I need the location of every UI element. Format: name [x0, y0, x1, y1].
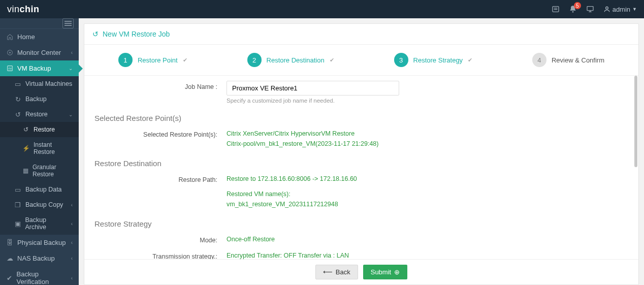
bell-icon[interactable]: 5 — [569, 5, 577, 13]
username-label: admin — [613, 6, 630, 13]
restore-point-line1: Citrix XenServer/Citrix HypervisorVM Res… — [227, 129, 628, 139]
step-restore-strategy[interactable]: 3 Restore Strategy ✔ — [394, 53, 473, 67]
svg-rect-4 — [587, 7, 593, 11]
step-number: 1 — [118, 53, 133, 67]
row-job-name: Job Name : Specify a customized job name… — [94, 78, 628, 107]
sidebar-item-backup[interactable]: ↻ Backup — [0, 91, 79, 107]
submit-button[interactable]: Submit ⊕ — [363, 265, 407, 279]
sidebar-item-backup-verification[interactable]: ✔ Backup Verification ‹ — [0, 266, 79, 285]
sidebar-item-label: Monitor Center — [17, 49, 61, 56]
step-review-confirm[interactable]: 4 Review & Confirm — [532, 53, 604, 67]
sidebar-item-nas-backup[interactable]: ☁ NAS Backup ‹ — [0, 250, 79, 266]
sidebar-item-granular-restore[interactable]: ▦ Granular Restore — [0, 160, 79, 182]
step-label: Restore Strategy — [413, 56, 463, 64]
stack-icon: ▭ — [14, 80, 21, 87]
section-restore-strategy: Restore Strategy — [94, 219, 628, 228]
sidebar-item-label: Backup Archive — [25, 216, 67, 231]
sidebar-item-virtual-machines[interactable]: ▭ Virtual Machines — [0, 76, 79, 91]
user-icon — [603, 6, 610, 13]
submit-label: Submit — [371, 268, 391, 276]
sidebar-item-label: Granular Restore — [33, 164, 73, 178]
transmission-value: Encrypted Transfer: OFF Transfer via : L… — [227, 250, 628, 259]
check-icon: ✔ — [183, 57, 187, 64]
step-restore-destination[interactable]: 2 Restore Destination ✔ — [247, 53, 334, 67]
svg-point-7 — [605, 7, 608, 9]
sidebar-sub-vm-backup: ▭ Virtual Machines ↻ Backup ↺ Restore ⌄ … — [0, 76, 79, 235]
brand-text-2: chin — [20, 4, 40, 14]
scrollbar[interactable] — [634, 76, 637, 259]
sidebar-item-backup-data[interactable]: ▭ Backup Data — [0, 182, 79, 197]
sidebar-item-physical-backup[interactable]: 🗄 Physical Backup ‹ — [0, 235, 79, 250]
row-restore-path: Restore Path: Restore to 172.18.16.60:80… — [94, 171, 628, 212]
chevron-down-icon: ▼ — [632, 7, 637, 12]
copy-icon: ❐ — [14, 201, 21, 208]
row-transmission: Transmission strategy.: Encrypted Transf… — [94, 247, 628, 259]
arrow-left-icon: ⟵ — [323, 268, 333, 276]
content: ↺ New VM Restore Job 1 Restore Point ✔ 2… — [79, 18, 644, 285]
step-number: 2 — [247, 53, 262, 67]
brand-text-1: vin — [7, 4, 20, 14]
chevron-icon: ‹ — [71, 50, 73, 55]
chevron-icon: ‹ — [71, 240, 73, 245]
svg-point-9 — [9, 52, 10, 53]
nas-backup-icon: ☁ — [6, 255, 13, 262]
brand-logo: vinchin — [7, 4, 40, 15]
sidebar-item-label: Home — [17, 33, 35, 41]
user-menu[interactable]: admin ▼ — [603, 6, 637, 13]
step-number: 3 — [394, 53, 408, 67]
sidebar-item-backup-copy[interactable]: ❐ Backup Copy ‹ — [0, 197, 79, 212]
chevron-icon: ‹ — [71, 256, 73, 261]
sidebar-item-restore-sub[interactable]: ↺ Restore — [0, 122, 79, 137]
sidebar-item-label: Backup Data — [25, 186, 62, 193]
scrollbar-thumb[interactable] — [634, 76, 637, 167]
sidebar-item-label: Backup Verification — [17, 270, 67, 285]
panel: ↺ New VM Restore Job 1 Restore Point ✔ 2… — [84, 23, 639, 285]
restore-path-label: Restore Path: — [94, 174, 227, 183]
action-bar: ⟵ Back Submit ⊕ — [84, 259, 638, 284]
restored-vm-value: vm_bk1_restore_VM_20231117212948 — [227, 199, 628, 209]
step-restore-point[interactable]: 1 Restore Point ✔ — [118, 53, 187, 67]
step-label: Restore Destination — [267, 56, 325, 64]
sidebar-item-label: VM Backup — [17, 65, 51, 72]
job-name-input[interactable] — [227, 81, 399, 96]
sidebar-item-instant-restore[interactable]: ⚡ Instant Restore — [0, 137, 79, 160]
instant-restore-icon: ⚡ — [22, 145, 29, 152]
top-header: vinchin 5 admin ▼ — [0, 0, 644, 18]
restore-icon: ↺ — [22, 126, 29, 133]
sidebar-item-backup-archive[interactable]: ▣ Backup Archive ‹ — [0, 212, 79, 235]
sidebar-item-label: Restore — [34, 126, 55, 133]
form-body[interactable]: Job Name : Specify a customized job name… — [84, 76, 638, 259]
sidebar-item-label: Instant Restore — [34, 141, 73, 155]
chevron-icon: ‹ — [71, 221, 73, 227]
sidebar-item-monitor[interactable]: Monitor Center ‹ — [0, 45, 79, 60]
monitor-icon[interactable] — [586, 5, 594, 13]
sidebar-toggle[interactable] — [0, 18, 79, 29]
verification-icon: ✔ — [6, 274, 13, 281]
chevron-down-icon: ⌄ — [69, 66, 73, 71]
job-name-label: Job Name : — [94, 81, 227, 90]
back-button[interactable]: ⟵ Back — [315, 265, 358, 279]
backup-icon: ↻ — [14, 96, 21, 103]
sidebar-item-home[interactable]: Home — [0, 29, 79, 45]
mode-label: Mode: — [94, 234, 227, 244]
step-label: Review & Confirm — [552, 56, 604, 64]
log-icon[interactable] — [552, 5, 560, 13]
page-title: New VM Restore Job — [103, 30, 170, 38]
data-icon: ▭ — [14, 186, 21, 193]
chevron-icon: ‹ — [71, 202, 73, 208]
check-icon: ✔ — [330, 57, 334, 64]
sidebar-item-restore[interactable]: ↺ Restore ⌄ — [0, 107, 79, 122]
sidebar-item-label: Backup — [25, 96, 47, 103]
wizard-steps: 1 Restore Point ✔ 2 Restore Destination … — [84, 45, 638, 76]
mode-value: Once-off Restore — [227, 234, 628, 244]
sidebar-item-vm-backup[interactable]: VM VM Backup ⌄ — [0, 60, 79, 76]
svg-point-3 — [572, 11, 573, 13]
sidebar: Home Monitor Center ‹ VM VM Backup ⌄ ▭ V… — [0, 18, 79, 285]
restore-title-icon: ↺ — [92, 30, 99, 38]
sidebar-item-label: Restore — [25, 111, 48, 118]
svg-text:VM: VM — [8, 68, 11, 70]
restored-vm-header: Restored VM name(s): — [227, 189, 628, 199]
vm-backup-icon: VM — [6, 65, 13, 72]
sidebar-item-label: Physical Backup — [17, 239, 66, 246]
section-restore-destination: Restore Destination — [94, 159, 628, 168]
